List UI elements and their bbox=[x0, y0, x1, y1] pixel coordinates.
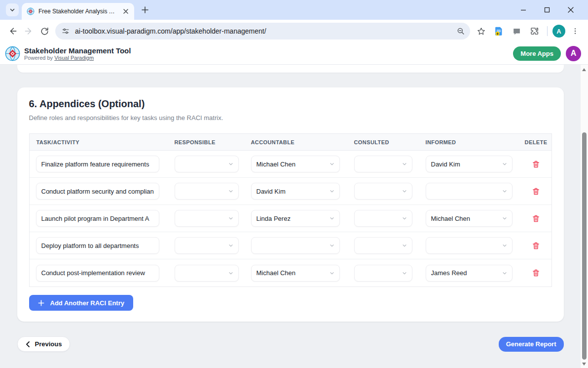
site-favicon bbox=[27, 7, 35, 15]
chevron-down-icon bbox=[502, 243, 507, 248]
chevron-down-icon bbox=[330, 189, 334, 194]
maximize-button[interactable] bbox=[542, 4, 552, 15]
informed-select[interactable] bbox=[426, 183, 513, 200]
browser-menu-kebab-icon[interactable] bbox=[567, 23, 583, 39]
consulted-select[interactable] bbox=[354, 210, 412, 227]
app-logo bbox=[5, 46, 20, 61]
trash-icon bbox=[532, 242, 540, 250]
task-input[interactable] bbox=[36, 237, 159, 254]
chevron-down-icon bbox=[9, 7, 15, 13]
column-header-accountable: ACCOUNTABLE bbox=[244, 139, 347, 145]
task-input[interactable] bbox=[36, 210, 159, 227]
back-arrow-icon bbox=[8, 26, 18, 36]
delete-row-button[interactable] bbox=[530, 212, 542, 225]
consulted-select[interactable] bbox=[354, 156, 412, 172]
tab-title: Free Stakeholder Analysis Tool | bbox=[38, 8, 117, 15]
chevron-down-icon bbox=[402, 271, 407, 276]
consulted-select[interactable] bbox=[354, 265, 412, 282]
delete-row-button[interactable] bbox=[530, 185, 542, 198]
accountable-select[interactable]: Michael Chen bbox=[251, 265, 340, 282]
previous-section-card-edge bbox=[17, 65, 564, 73]
chevron-down-icon bbox=[502, 162, 507, 166]
column-header-responsible: RESPONSIBLE bbox=[168, 139, 244, 145]
chevron-down-icon bbox=[228, 243, 233, 248]
accountable-select[interactable]: Michael Chen bbox=[251, 156, 340, 172]
trash-icon bbox=[532, 214, 540, 223]
chevron-left-icon bbox=[26, 341, 30, 347]
reload-button[interactable] bbox=[37, 23, 52, 39]
bookmark-star-icon[interactable] bbox=[473, 23, 489, 39]
user-avatar[interactable]: A bbox=[566, 46, 581, 61]
zoom-out-icon[interactable] bbox=[456, 27, 465, 36]
app-header: Stakeholder Management Tool Powered by V… bbox=[0, 42, 588, 65]
chevron-down-icon bbox=[228, 216, 233, 221]
column-header-informed: INFORMED bbox=[419, 139, 520, 145]
previous-button[interactable]: Previous bbox=[17, 336, 71, 352]
chevron-down-icon bbox=[330, 243, 334, 248]
informed-select[interactable]: David Kim bbox=[426, 156, 513, 172]
page-scrollbar[interactable] bbox=[581, 65, 588, 368]
table-row: Michael Chen James Reed bbox=[30, 259, 551, 286]
section-subtitle: Define roles and responsibilities for ke… bbox=[29, 114, 552, 122]
informed-select[interactable]: Michael Chen bbox=[426, 210, 513, 227]
delete-row-button[interactable] bbox=[530, 240, 542, 252]
address-bar[interactable]: ai-toolbox.visual-paradigm.com/app/stake… bbox=[55, 23, 470, 40]
accountable-select[interactable] bbox=[251, 237, 340, 254]
minimize-button[interactable] bbox=[518, 4, 529, 15]
chevron-down-icon bbox=[330, 271, 334, 276]
table-row: David Kim bbox=[30, 178, 551, 205]
responsible-select[interactable] bbox=[175, 156, 239, 172]
informed-select[interactable]: James Reed bbox=[426, 265, 513, 282]
new-tab-button[interactable] bbox=[138, 3, 152, 17]
trash-icon bbox=[532, 160, 540, 168]
accountable-select[interactable]: David Kim bbox=[251, 183, 340, 200]
scrollbar-up-arrow[interactable] bbox=[582, 68, 586, 71]
docs-extension-icon[interactable] bbox=[491, 23, 507, 39]
table-row bbox=[30, 232, 551, 259]
task-input[interactable] bbox=[36, 183, 159, 200]
wizard-footer: Previous Generate Report bbox=[17, 336, 564, 352]
visual-paradigm-link[interactable]: Visual Paradigm bbox=[54, 55, 94, 61]
more-apps-button[interactable]: More Apps bbox=[513, 46, 561, 61]
tab-close-icon[interactable] bbox=[121, 7, 130, 16]
browser-profile-avatar[interactable]: A bbox=[552, 25, 565, 38]
back-button[interactable] bbox=[5, 23, 21, 39]
chevron-down-icon bbox=[402, 243, 407, 248]
task-input[interactable] bbox=[36, 265, 159, 282]
consulted-select[interactable] bbox=[354, 183, 412, 200]
informed-select[interactable] bbox=[426, 237, 513, 254]
forward-button[interactable] bbox=[21, 23, 37, 39]
app-title: Stakeholder Management Tool bbox=[24, 46, 131, 55]
chevron-down-icon bbox=[228, 189, 233, 194]
tab-search-button[interactable] bbox=[6, 3, 19, 16]
chevron-down-icon bbox=[330, 162, 334, 166]
table-row: Linda Perez Michael Chen bbox=[30, 205, 551, 232]
responsible-select[interactable] bbox=[175, 237, 239, 254]
accountable-select[interactable]: Linda Perez bbox=[251, 210, 340, 227]
chevron-down-icon bbox=[402, 162, 407, 166]
table-row: Michael Chen David Kim bbox=[30, 151, 551, 178]
browser-window: Free Stakeholder Analysis Tool | bbox=[0, 0, 588, 368]
scrollbar-down-arrow[interactable] bbox=[582, 363, 586, 366]
app-title-block: Stakeholder Management Tool Powered by V… bbox=[24, 46, 131, 61]
responsible-select[interactable] bbox=[175, 210, 239, 227]
add-raci-entry-button[interactable]: Add Another RACI Entry bbox=[29, 295, 133, 311]
page-content: 6. Appendices (Optional) Define roles an… bbox=[0, 65, 588, 368]
site-settings-icon[interactable] bbox=[61, 27, 70, 36]
trash-icon bbox=[532, 269, 540, 277]
comment-icon[interactable] bbox=[509, 23, 524, 39]
generate-report-button[interactable]: Generate Report bbox=[499, 337, 564, 352]
extensions-puzzle-icon[interactable] bbox=[526, 23, 542, 39]
delete-row-button[interactable] bbox=[530, 158, 542, 170]
url-text[interactable]: ai-toolbox.visual-paradigm.com/app/stake… bbox=[75, 27, 451, 35]
task-input[interactable] bbox=[36, 156, 159, 172]
raci-table-header-row: TASK/ACTIVITY RESPONSIBLE ACCOUNTABLE CO… bbox=[30, 134, 551, 151]
responsible-select[interactable] bbox=[175, 183, 239, 200]
browser-tab[interactable]: Free Stakeholder Analysis Tool | bbox=[22, 3, 134, 20]
delete-row-button[interactable] bbox=[530, 267, 542, 279]
scrollbar-thumb[interactable] bbox=[582, 132, 587, 360]
close-window-button[interactable] bbox=[565, 4, 576, 15]
toolbar-divider bbox=[547, 26, 548, 36]
consulted-select[interactable] bbox=[354, 237, 412, 254]
responsible-select[interactable] bbox=[175, 265, 239, 282]
